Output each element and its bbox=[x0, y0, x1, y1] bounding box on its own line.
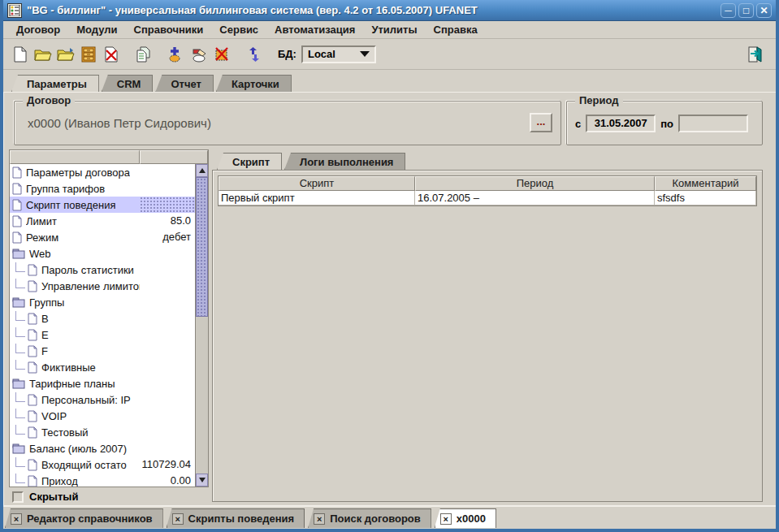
tree-item-label: Группа тарифов bbox=[26, 183, 105, 195]
tree-item[interactable]: Персональный: IP bbox=[10, 391, 195, 408]
tree-item[interactable]: Фиктивные bbox=[10, 359, 195, 375]
parameters-tree-panel: Параметры договораГруппа тарифовСкрипт п… bbox=[9, 149, 209, 487]
tree-item[interactable]: Приход0.00 bbox=[10, 473, 195, 487]
tree-connector bbox=[15, 360, 25, 370]
copy-documents-icon[interactable] bbox=[133, 44, 154, 65]
bottom-tab-редактор-справочников[interactable]: ×Редактор справочников bbox=[5, 508, 163, 528]
close-icon[interactable]: × bbox=[172, 513, 184, 525]
tree-item[interactable]: Баланс (июль 2007) bbox=[10, 440, 195, 456]
tree-item[interactable]: Группа тарифов bbox=[10, 180, 195, 197]
bottom-tab-label: Поиск договоров bbox=[330, 513, 421, 525]
period-from-field[interactable]: 31.05.2007 bbox=[586, 115, 656, 132]
menu-item-2[interactable]: Справочники bbox=[126, 22, 212, 37]
tree-item[interactable]: Входящий остато110729.04 bbox=[10, 456, 195, 473]
open-folder-alt-icon[interactable] bbox=[55, 44, 76, 65]
close-button[interactable]: ✕ bbox=[756, 3, 772, 18]
tree-item[interactable]: Параметры договора bbox=[10, 164, 195, 180]
delete-document-icon[interactable] bbox=[101, 44, 122, 65]
open-folder-icon[interactable] bbox=[32, 44, 54, 65]
tab-логи-выполнения[interactable]: Логи выполнения bbox=[284, 153, 405, 170]
db-label: БД: bbox=[278, 48, 296, 60]
script-tab-content: СкриптПериодКомментарий Первый скрипт16.… bbox=[212, 170, 763, 502]
script-table: СкриптПериодКомментарий Первый скрипт16.… bbox=[218, 175, 757, 206]
tree-item[interactable]: VOIP bbox=[10, 408, 195, 424]
tab-параметры[interactable]: Параметры bbox=[11, 75, 99, 92]
tree-item-value bbox=[140, 424, 195, 440]
refresh-icon[interactable] bbox=[244, 44, 265, 65]
tree-item[interactable]: Режимдебет bbox=[10, 229, 195, 245]
tree-connector bbox=[15, 409, 25, 418]
menu-item-5[interactable]: Утилиты bbox=[363, 22, 425, 37]
tree-item[interactable]: Тестовый bbox=[10, 424, 195, 440]
document-icon bbox=[12, 215, 22, 227]
contract-more-button[interactable]: ... bbox=[530, 113, 552, 132]
bottom-tab-х0000[interactable]: ×х0000 bbox=[435, 508, 496, 528]
menu-item-3[interactable]: Сервис bbox=[211, 22, 266, 37]
tree-item-label: Персональный: IP bbox=[41, 394, 131, 406]
menu-item-6[interactable]: Справка bbox=[426, 22, 486, 37]
document-icon bbox=[28, 313, 37, 325]
document-icon bbox=[12, 183, 22, 195]
hidden-checkbox[interactable] bbox=[12, 491, 24, 503]
table-row[interactable]: Первый скрипт16.07.2005 –sfsdfs bbox=[219, 191, 756, 205]
tree-item[interactable]: Пароль статистики bbox=[10, 262, 195, 278]
tree-item[interactable]: Скрипт поведения bbox=[10, 197, 195, 213]
tree-connector bbox=[15, 262, 25, 272]
tree-item[interactable]: Управление лимитом bbox=[10, 278, 195, 294]
menu-item-1[interactable]: Модули bbox=[68, 22, 125, 37]
tree-name-column-header[interactable] bbox=[10, 150, 140, 164]
document-icon bbox=[28, 459, 37, 471]
column-header-1[interactable]: Период bbox=[415, 176, 655, 191]
edit-contract-icon[interactable] bbox=[188, 44, 210, 65]
exit-icon[interactable] bbox=[745, 44, 766, 65]
tab-скрипт[interactable]: Скрипт bbox=[217, 153, 282, 170]
close-icon[interactable]: × bbox=[440, 513, 452, 525]
scrollbar-thumb[interactable] bbox=[196, 177, 208, 317]
minimize-button[interactable]: ─ bbox=[721, 3, 736, 18]
add-contract-icon[interactable] bbox=[166, 44, 187, 65]
tree-item-value bbox=[140, 294, 195, 310]
period-to-field[interactable] bbox=[678, 115, 748, 132]
scroll-down-icon[interactable] bbox=[196, 474, 208, 487]
tree-item-value bbox=[140, 197, 195, 213]
scroll-up-icon[interactable] bbox=[196, 164, 208, 177]
contract-groupbox: Договор х0000 (Иванов Петр Сидорович) ..… bbox=[14, 101, 561, 145]
tree-scrollbar[interactable] bbox=[195, 164, 208, 487]
menu-item-4[interactable]: Автоматизация bbox=[266, 22, 363, 37]
period-group-title: Период bbox=[575, 94, 623, 106]
bottom-tab-скрипты-поведения[interactable]: ×Скрипты поведения bbox=[167, 508, 305, 528]
db-combobox[interactable]: Local bbox=[301, 45, 376, 63]
hidden-checkbox-row: Скрытый bbox=[12, 491, 78, 503]
maximize-button[interactable]: □ bbox=[738, 3, 754, 18]
archive-drawer-icon[interactable] bbox=[78, 44, 99, 65]
column-header-2[interactable]: Комментарий bbox=[655, 176, 756, 191]
tree-value-column-header[interactable] bbox=[140, 150, 208, 164]
tree-item[interactable]: B bbox=[10, 310, 195, 327]
tree-item[interactable]: F bbox=[10, 343, 195, 359]
titlebar: "BG - биллинг" - универсальная биллингов… bbox=[3, 0, 776, 21]
tab-карточки[interactable]: Карточки bbox=[216, 75, 292, 92]
close-icon[interactable]: × bbox=[11, 513, 22, 525]
delete-contract-icon[interactable] bbox=[211, 44, 232, 65]
new-document-icon[interactable] bbox=[10, 44, 31, 65]
menu-item-0[interactable]: Договор bbox=[8, 22, 68, 37]
table-cell: 16.07.2005 – bbox=[415, 191, 655, 205]
tree-connector bbox=[15, 311, 25, 321]
close-icon[interactable]: × bbox=[314, 513, 325, 525]
tree-item[interactable]: Тарифные планы bbox=[10, 375, 195, 391]
tree-item[interactable]: Лимит85.0 bbox=[10, 213, 195, 229]
tree-item-value: дебет bbox=[140, 229, 195, 245]
column-header-0[interactable]: Скрипт bbox=[219, 176, 415, 191]
tree-item[interactable]: Web bbox=[10, 245, 195, 262]
bottom-tab-bar: ×Редактор справочников×Скрипты поведения… bbox=[3, 505, 776, 529]
document-icon bbox=[12, 199, 22, 211]
tab-отчет[interactable]: Отчет bbox=[155, 75, 213, 92]
tab-crm[interactable]: CRM bbox=[102, 75, 154, 92]
tree-item-value bbox=[140, 391, 195, 408]
main-tab-bar: ПараметрыCRMОтчетКарточки bbox=[3, 70, 776, 92]
bottom-tab-поиск-договоров[interactable]: ×Поиск договоров bbox=[308, 508, 431, 528]
scrollbar-track[interactable] bbox=[196, 317, 208, 474]
document-icon bbox=[28, 426, 37, 439]
tree-item[interactable]: Группы bbox=[10, 294, 195, 310]
tree-item[interactable]: E bbox=[10, 327, 195, 343]
